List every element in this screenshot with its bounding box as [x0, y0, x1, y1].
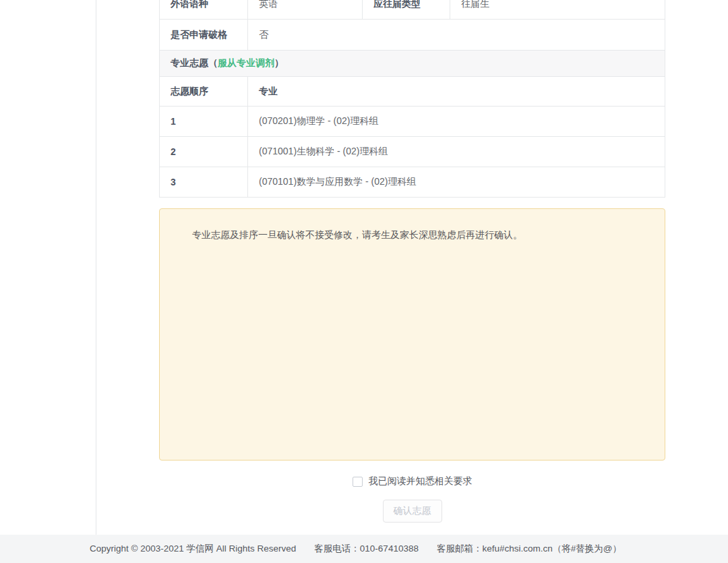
major-preference-section-header: 专业志愿（服从专业调剂） [160, 51, 665, 77]
exception-value: 否 [248, 20, 665, 51]
agreement-checkbox-label[interactable]: 我已阅读并知悉相关要求 [369, 475, 473, 487]
student-type-label: 应往届类型 [363, 0, 450, 20]
volunteer-major: (070101)数学与应用数学 - (02)理科组 [248, 167, 665, 198]
volunteer-order: 1 [160, 107, 248, 137]
adjustment-accepted-text: 服从专业调剂 [218, 57, 274, 68]
confirm-volunteer-button[interactable]: 确认志愿 [383, 500, 442, 523]
exception-label: 是否申请破格 [160, 20, 248, 51]
section-title-prefix: 专业志愿（ [171, 57, 218, 68]
agreement-checkbox[interactable] [353, 477, 363, 487]
table-row: 1 (070201)物理学 - (02)理科组 [160, 107, 665, 137]
footer-service-email: 客服邮箱：kefu#chsi.com.cn（将#替换为@） [437, 543, 621, 555]
confirmation-notice-box: 专业志愿及排序一旦确认将不接受修改，请考生及家长深思熟虑后再进行确认。 [159, 208, 665, 461]
volunteer-order: 3 [160, 167, 248, 198]
student-type-value: 往届生 [450, 0, 665, 20]
order-column-header: 志愿顺序 [160, 77, 248, 107]
footer-copyright: Copyright © 2003-2021 学信网 All Rights Res… [90, 543, 296, 555]
table-row: 是否申请破格 否 [160, 20, 665, 51]
table-row: 2 (071001)生物科学 - (02)理科组 [160, 137, 665, 167]
table-row: 外语语种 英语 应往届类型 往届生 [160, 0, 665, 20]
page-footer: Copyright © 2003-2021 学信网 All Rights Res… [0, 535, 728, 563]
major-column-header: 专业 [248, 77, 665, 107]
content-left-divider [96, 0, 96, 535]
agreement-row: 我已阅读并知悉相关要求 [159, 475, 665, 487]
table-row: 3 (070101)数学与应用数学 - (02)理科组 [160, 167, 665, 198]
notice-text: 专业志愿及排序一旦确认将不接受修改，请考生及家长深思熟虑后再进行确认。 [173, 227, 651, 242]
foreign-language-label: 外语语种 [160, 0, 248, 20]
foreign-language-value: 英语 [248, 0, 363, 20]
confirm-button-row: 确认志愿 [159, 500, 665, 523]
major-preference-section-cell: 专业志愿（服从专业调剂） [160, 51, 665, 77]
footer-service-phone: 客服电话：010-67410388 [314, 543, 419, 555]
volunteer-table-header: 志愿顺序 专业 [160, 77, 665, 107]
volunteer-order: 2 [160, 137, 248, 167]
section-title-suffix: ） [274, 57, 284, 68]
application-confirm-page: 外语语种 英语 应往届类型 往届生 是否申请破格 否 专业志愿（服从专业调剂） … [0, 0, 728, 563]
application-info-table: 外语语种 英语 应往届类型 往届生 是否申请破格 否 专业志愿（服从专业调剂） … [159, 0, 665, 198]
volunteer-major: (071001)生物科学 - (02)理科组 [248, 137, 665, 167]
volunteer-major: (070201)物理学 - (02)理科组 [248, 107, 665, 137]
main-content: 外语语种 英语 应往届类型 往届生 是否申请破格 否 专业志愿（服从专业调剂） … [159, 0, 665, 523]
